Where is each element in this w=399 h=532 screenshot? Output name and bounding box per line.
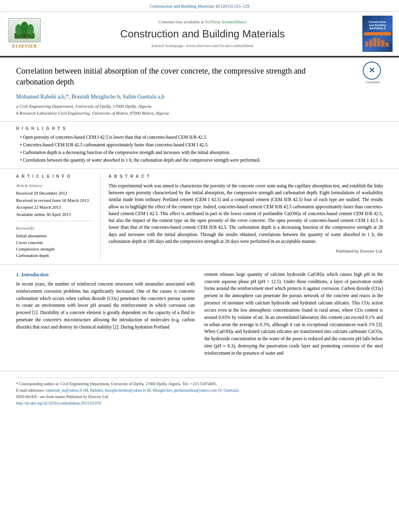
crossmark-circle: ✕ — [363, 62, 381, 80]
svg-rect-7 — [369, 39, 372, 47]
crossmark-label: CrossMark — [363, 80, 383, 84]
journal-cover: Constructionand BuildingMATERIALS — [362, 16, 393, 52]
history-online: Available online 30 April 2013 — [16, 212, 94, 218]
svg-rect-9 — [377, 39, 380, 47]
svg-rect-6 — [365, 41, 368, 47]
keyword-3: Compressive strength — [16, 246, 94, 252]
article-info-label: A R T I C L E I N F O — [16, 174, 94, 179]
highlight-item-2: • Concretes-based CEM II/B 42.5 carbonat… — [16, 142, 383, 148]
issn-footnote: 0950-0618/$ - see front matter Published… — [16, 394, 383, 400]
history-label: Article history: — [16, 183, 94, 189]
info-divider — [16, 221, 94, 221]
corresponding-author: * Corresponding author at: Civil Enginee… — [16, 381, 383, 387]
svg-point-3 — [27, 24, 34, 35]
highlights-list: • Open porosity of concretes-based CEM I… — [16, 134, 383, 163]
highlights-label: H I G H L I G H T S — [16, 126, 383, 131]
svg-point-2 — [21, 22, 29, 35]
keyword-1: Initial absorption — [16, 233, 94, 239]
elsevier-logo-svg: ELSEVIER — [12, 21, 37, 40]
crossmark-badge: ✕ CrossMark — [363, 62, 383, 82]
history-received: Received 29 December 2012 — [16, 190, 94, 196]
affiliation-b: b Research Laboratory Civil Engineering,… — [16, 110, 383, 116]
cover-chart — [364, 35, 391, 47]
abstract-text: This experimental work was aimed to char… — [109, 183, 383, 245]
contents-line: Contents lists available at SciVerse Sci… — [47, 19, 358, 25]
cover-image: Constructionand BuildingMATERIALS — [362, 16, 393, 52]
content-col-right: cement releases large quantity of calciu… — [204, 271, 383, 360]
keyword-4: Carbonation depth — [16, 253, 94, 259]
email-footnote: E-mail addresses: rahmouh_m@yahoo.fr (M.… — [16, 388, 383, 393]
article-title: Correlation between initial absorption o… — [16, 66, 318, 87]
crossmark-icon: ✕ — [369, 66, 375, 76]
authors: Mohamed Rabehi a,b,*, Bouzidi Mezghiche … — [16, 93, 383, 101]
svg-rect-8 — [373, 37, 376, 47]
intro-paragraph-1: In recent years, the number of reinforce… — [16, 281, 195, 331]
article-footer: * Corresponding author at: Civil Enginee… — [0, 371, 399, 409]
email-label: E-mail addresses: — [16, 388, 45, 392]
journal-header: ELSEVIER ELSEVIER Contents lists availab… — [0, 12, 399, 57]
history-revised: Received in revised form 16 March 2013 — [16, 197, 94, 203]
keywords-block: Keywords: Initial absorption Cover concr… — [16, 225, 94, 259]
journal-reference: Construction and Building Materials 45 (… — [150, 4, 249, 8]
svg-rect-11 — [385, 43, 389, 47]
two-col-content: 1. Introduction In recent years, the num… — [16, 271, 383, 360]
intro-section-label: Introduction — [21, 271, 49, 277]
email-addresses: rahmouh_m@yahoo.fr (M. Rabehi), mezghich… — [45, 388, 239, 392]
svg-text:ELSEVIER: ELSEVIER — [14, 37, 28, 40]
affiliation-a: a Civil Engineering Department, Universi… — [16, 103, 383, 109]
elsevier-text: ELSEVIER — [12, 43, 37, 49]
keywords-title: Keywords: — [16, 225, 94, 231]
cover-bar — [364, 32, 391, 35]
article-info-col: A R T I C L E I N F O Article history: R… — [16, 174, 101, 259]
issn-text: 0950-0618/$ - see front matter Published… — [16, 394, 109, 399]
intro-section-num: 1. — [16, 271, 20, 277]
history-accepted: Accepted 22 March 2013 — [16, 204, 94, 210]
abstract-col: A B S T R A C T This experimental work w… — [109, 174, 383, 259]
article-info-abstract-section: A R T I C L E I N F O Article history: R… — [0, 169, 399, 265]
article-header: Correlation between initial absorption o… — [0, 58, 399, 121]
content-col-left: 1. Introduction In recent years, the num… — [16, 271, 195, 360]
intro-section-title: 1. Introduction — [16, 271, 195, 278]
main-content: 1. Introduction In recent years, the num… — [0, 265, 399, 367]
journal-header-center: Contents lists available at SciVerse Sci… — [47, 19, 358, 49]
journal-homepage: journal homepage: www.elsevier.com/locat… — [47, 43, 358, 49]
sciverse-text: SciVerse ScienceDirect — [205, 19, 247, 24]
abstract-label: A B S T R A C T — [109, 174, 383, 179]
doi-link: http://dx.doi.org/10.1016/j.conbuildmat.… — [16, 401, 383, 406]
cover-text: Constructionand BuildingMATERIALS — [369, 21, 387, 31]
highlight-item-4: • Correlations between the quantity of w… — [16, 157, 383, 163]
top-bar: Construction and Building Materials 45 (… — [0, 0, 399, 12]
footer-divider — [16, 378, 383, 378]
published-by: Published by Elsevier Ltd. — [109, 248, 383, 254]
journal-title: Construction and Building Materials — [47, 27, 358, 41]
intro-paragraph-2: cement releases large quantity of calciu… — [204, 271, 383, 357]
highlight-item-1: • Open porosity of concretes-based CEM I… — [16, 134, 383, 140]
elsevier-logo: ELSEVIER ELSEVIER — [6, 18, 43, 49]
highlights-section: H I G H L I G H T S • Open porosity of c… — [0, 122, 399, 169]
svg-rect-10 — [381, 40, 385, 47]
highlight-item-3: • Carbonation depth is a decreasing func… — [16, 149, 383, 156]
elsevier-logo-image: ELSEVIER — [8, 18, 41, 42]
page-container: Construction and Building Materials 45 (… — [0, 0, 399, 409]
keyword-2: Cover concrete — [16, 240, 94, 246]
article-title-block: Correlation between initial absorption o… — [16, 66, 363, 93]
